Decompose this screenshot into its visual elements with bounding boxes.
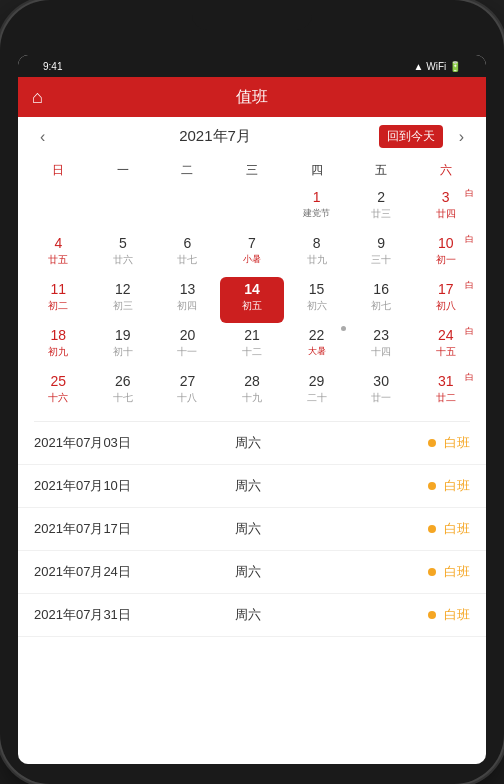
- day-num-13: 13: [180, 280, 196, 300]
- day-20[interactable]: 20 十一: [155, 323, 220, 369]
- day-17[interactable]: 白 17 初八: [413, 277, 478, 323]
- day-sub-14: 初五: [242, 300, 262, 312]
- day-sub-15: 初六: [307, 300, 327, 312]
- day-4[interactable]: 4 廿五: [26, 231, 91, 277]
- header: ⌂ 值班: [18, 77, 486, 117]
- schedule-item-5[interactable]: 2021年07月31日 周六 白班: [18, 594, 486, 637]
- day-24[interactable]: 白 24 十五: [413, 323, 478, 369]
- day-sub-8: 廿九: [307, 254, 327, 266]
- day-12[interactable]: 12 初三: [91, 277, 156, 323]
- day-22[interactable]: 22 大暑: [284, 323, 349, 369]
- day-5[interactable]: 5 廿六: [91, 231, 156, 277]
- day-14[interactable]: 14 初五: [220, 277, 285, 323]
- prev-month-button[interactable]: ‹: [34, 126, 51, 148]
- day-sub-18: 初九: [48, 346, 68, 358]
- day-21[interactable]: 21 十二: [220, 323, 285, 369]
- status-icons: ▲ WiFi 🔋: [414, 61, 461, 72]
- schedule-item-3[interactable]: 2021年07月17日 周六 白班: [18, 508, 486, 551]
- day-13[interactable]: 13 初四: [155, 277, 220, 323]
- next-month-button[interactable]: ›: [453, 126, 470, 148]
- day-28[interactable]: 28 十九: [220, 369, 285, 415]
- weekday-tue: 二: [155, 160, 220, 181]
- day-8[interactable]: 8 廿九: [284, 231, 349, 277]
- day-7[interactable]: 7 小暑: [220, 231, 285, 277]
- schedule-day-4: 周六: [235, 563, 428, 581]
- schedule-type-1: 白班: [444, 434, 470, 452]
- day-badge-17: 白: [465, 279, 474, 292]
- day-num-30: 30: [373, 372, 389, 392]
- day-num-20: 20: [180, 326, 196, 346]
- day-29[interactable]: 29 二十: [284, 369, 349, 415]
- weekday-mon: 一: [91, 160, 156, 181]
- day-6[interactable]: 6 廿七: [155, 231, 220, 277]
- schedule-item-2[interactable]: 2021年07月10日 周六 白班: [18, 465, 486, 508]
- day-badge-3: 白: [465, 187, 474, 200]
- weekday-sat: 六: [413, 160, 478, 181]
- day-num-5: 5: [119, 234, 127, 254]
- day-num-3: 3: [442, 188, 450, 208]
- day-26[interactable]: 26 十七: [91, 369, 156, 415]
- today-button[interactable]: 回到今天: [379, 125, 443, 148]
- day-num-8: 8: [313, 234, 321, 254]
- day-15[interactable]: 15 初六: [284, 277, 349, 323]
- day-25[interactable]: 25 十六: [26, 369, 91, 415]
- day-sub-26: 十七: [113, 392, 133, 404]
- day-sub-3: 廿四: [436, 208, 456, 220]
- day-31[interactable]: 白 31 廿二: [413, 369, 478, 415]
- day-num-28: 28: [244, 372, 260, 392]
- schedule-item-4[interactable]: 2021年07月24日 周六 白班: [18, 551, 486, 594]
- day-10[interactable]: 白 10 初一: [413, 231, 478, 277]
- day-sub-7: 小暑: [243, 254, 261, 265]
- day-num-12: 12: [115, 280, 131, 300]
- schedule-type-5: 白班: [444, 606, 470, 624]
- day-sub-25: 十六: [48, 392, 68, 404]
- day-11[interactable]: 11 初二: [26, 277, 91, 323]
- day-num-23: 23: [373, 326, 389, 346]
- day-23[interactable]: 23 十四: [349, 323, 414, 369]
- day-num-6: 6: [184, 234, 192, 254]
- day-27[interactable]: 27 十八: [155, 369, 220, 415]
- day-sub-21: 十二: [242, 346, 262, 358]
- weekday-sun: 日: [26, 160, 91, 181]
- schedule-item-1[interactable]: 2021年07月03日 周六 白班: [18, 422, 486, 465]
- day-num-27: 27: [180, 372, 196, 392]
- day-sub-22: 大暑: [308, 346, 326, 357]
- day-num-9: 9: [377, 234, 385, 254]
- day-sub-28: 十九: [242, 392, 262, 404]
- day-empty-1: [26, 185, 91, 231]
- home-icon[interactable]: ⌂: [32, 87, 43, 108]
- day-num-21: 21: [244, 326, 260, 346]
- weekday-wed: 三: [220, 160, 285, 181]
- calendar-nav: ‹ 2021年7月 回到今天 ›: [18, 117, 486, 156]
- schedule-date-1: 2021年07月03日: [34, 434, 227, 452]
- day-16[interactable]: 16 初七: [349, 277, 414, 323]
- day-sub-1: 建党节: [303, 208, 330, 219]
- day-sub-16: 初七: [371, 300, 391, 312]
- calendar-grid: 1 建党节 2 廿三 白 3 廿四 4 廿五 5 廿六 6: [18, 183, 486, 417]
- status-bar: 9:41 ▲ WiFi 🔋: [18, 55, 486, 77]
- day-19[interactable]: 19 初十: [91, 323, 156, 369]
- day-sub-11: 初二: [48, 300, 68, 312]
- schedule-dot-1: [428, 439, 436, 447]
- day-num-2: 2: [377, 188, 385, 208]
- schedule-day-3: 周六: [235, 520, 428, 538]
- day-9[interactable]: 9 三十: [349, 231, 414, 277]
- day-sub-12: 初三: [113, 300, 133, 312]
- day-2[interactable]: 2 廿三: [349, 185, 414, 231]
- schedule-day-1: 周六: [235, 434, 428, 452]
- status-time: 9:41: [43, 61, 62, 72]
- schedule-list: 2021年07月03日 周六 白班 2021年07月10日 周六 白班 2021…: [18, 422, 486, 764]
- phone-screen: 9:41 ▲ WiFi 🔋 ⌂ 值班 ‹ 2021年7月 回到今天 › 日 一 …: [18, 55, 486, 764]
- day-18[interactable]: 18 初九: [26, 323, 91, 369]
- day-num-31: 31: [438, 372, 454, 392]
- weekdays-row: 日 一 二 三 四 五 六: [18, 156, 486, 183]
- day-1[interactable]: 1 建党节: [284, 185, 349, 231]
- day-30[interactable]: 30 廿一: [349, 369, 414, 415]
- schedule-dot-5: [428, 611, 436, 619]
- current-month: 2021年7月: [179, 127, 251, 146]
- notch: [192, 10, 312, 30]
- day-badge-31: 白: [465, 371, 474, 384]
- day-3[interactable]: 白 3 廿四: [413, 185, 478, 231]
- day-empty-2: [91, 185, 156, 231]
- dot-22: [341, 326, 346, 331]
